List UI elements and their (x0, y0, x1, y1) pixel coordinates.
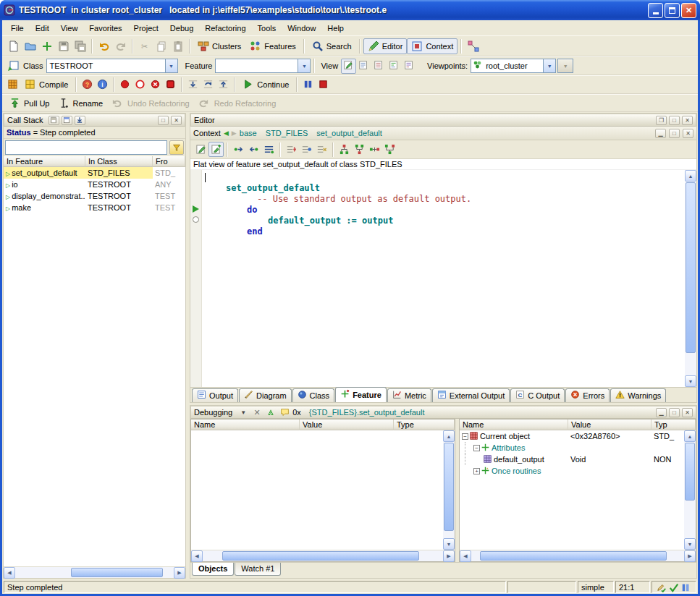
call-stack-hscrollbar[interactable]: ◀ ▶ (4, 566, 185, 578)
menu-help[interactable]: Help (321, 22, 350, 34)
tab-output[interactable]: Output (192, 388, 238, 402)
scroll-thumb[interactable] (444, 443, 454, 531)
chevron-down-icon[interactable]: ▼ (298, 59, 310, 72)
redo-refactoring-button[interactable]: Redo Refactoring (194, 95, 281, 111)
menu-favorites[interactable]: Favorites (83, 22, 127, 34)
menu-refactoring[interactable]: Refactoring (199, 22, 251, 34)
tab-diagram[interactable]: Diagram (239, 388, 292, 402)
minimize-tool-button[interactable]: ▁ (656, 408, 667, 417)
clients-button[interactable] (367, 142, 382, 157)
tab-objects[interactable]: Objects (192, 563, 234, 576)
scroll-thumb[interactable] (71, 568, 163, 577)
scroll-right-icon[interactable]: ▶ (684, 550, 696, 562)
menu-edit[interactable]: Edit (30, 22, 55, 34)
scroll-right-icon[interactable]: ▶ (443, 550, 455, 562)
scroll-up-icon[interactable]: ▲ (443, 430, 455, 442)
hex-toggle-label[interactable]: 0x (292, 408, 301, 417)
collapse-icon[interactable]: − (462, 433, 468, 440)
save-call-stack-button[interactable] (49, 116, 59, 125)
column-type[interactable]: Type (394, 420, 455, 430)
code-editor[interactable]: set_output_default-- Use standard output… (202, 170, 685, 387)
call-stack-row[interactable]: ▷io TESTROOT ANY (4, 179, 185, 190)
editor-vscrollbar[interactable]: ▲ ▼ (685, 170, 696, 387)
watch-rows[interactable] (191, 430, 443, 550)
objects-hscrollbar[interactable]: ◀ ▶ (460, 550, 696, 561)
scroll-down-icon[interactable]: ▼ (443, 538, 455, 550)
column-value[interactable]: Value (300, 420, 394, 430)
tree-row[interactable]: − Current object <0x32A8760> STD_ (460, 430, 684, 442)
breadcrumb-library[interactable]: base (240, 129, 257, 137)
maximize-tool-button[interactable]: □ (669, 116, 680, 125)
tab-c-output[interactable]: CC Output (510, 388, 565, 402)
tree-row[interactable]: default_output Void NON (460, 454, 684, 465)
maximize-tool-button[interactable]: □ (669, 408, 680, 417)
add-item-button[interactable] (38, 38, 55, 54)
system-info-button[interactable]: i (95, 77, 110, 93)
scroll-up-icon[interactable]: ▲ (684, 430, 696, 442)
new-feature-button[interactable] (208, 142, 224, 157)
close-tool-button[interactable]: ✕ (171, 116, 182, 125)
view-interface-button[interactable] (402, 59, 417, 74)
creators-button[interactable] (299, 142, 314, 157)
view-contract-button[interactable] (387, 59, 402, 74)
step-into-button[interactable] (185, 77, 201, 93)
scroll-thumb[interactable] (686, 182, 696, 353)
import-stack-button[interactable] (75, 116, 85, 125)
chevron-down-icon[interactable]: ▼ (237, 407, 249, 418)
expand-icon[interactable]: + (473, 468, 480, 474)
column-in-feature[interactable]: In Feature (4, 156, 85, 167)
tab-external-output[interactable]: External Output (432, 388, 510, 402)
close-button[interactable]: ✕ (681, 3, 696, 18)
chevron-down-icon[interactable]: ▼ (543, 59, 555, 72)
debugging-caption[interactable]: Debugging ▼ ✕ 0x {STD_FILES}.set_output_… (190, 406, 696, 419)
maximize-tool-button[interactable]: □ (669, 129, 680, 138)
viewpoints-combo[interactable]: root_cluster ▼ (471, 59, 556, 73)
collapse-icon[interactable]: − (473, 445, 480, 451)
menu-view[interactable]: View (55, 22, 84, 34)
view-formatted-button[interactable] (356, 59, 371, 74)
column-type[interactable]: Typ (651, 420, 696, 430)
scroll-left-icon[interactable]: ◀ (4, 567, 15, 579)
pull-up-button[interactable]: Pull Up (5, 95, 54, 111)
menu-file[interactable]: File (5, 22, 30, 34)
column-value[interactable]: Value (568, 420, 651, 430)
maximize-tool-button[interactable]: □ (158, 116, 169, 125)
titlebar[interactable]: TESTROOT in cluster root_cluster located… (0, 0, 700, 20)
tab-metric[interactable]: Metric (387, 388, 431, 402)
tree-row[interactable]: − Attributes (460, 442, 684, 454)
undock-tool-button[interactable]: ❐ (656, 116, 667, 125)
objects-vscrollbar[interactable]: ▲ ▼ (684, 430, 696, 550)
hex-bubble-icon[interactable] (279, 407, 290, 418)
open-project-button[interactable] (22, 38, 38, 54)
callees-button[interactable] (246, 142, 261, 157)
column-in-class[interactable]: In Class (85, 156, 153, 167)
call-stack-row[interactable]: ▷make TESTROOT TEST (4, 202, 185, 213)
ancestors-button[interactable] (337, 142, 352, 157)
enable-breakpoints-button[interactable] (117, 77, 132, 93)
maximize-button[interactable] (665, 3, 680, 18)
view-editor-button[interactable] (341, 59, 356, 74)
open-in-new-window-button[interactable] (62, 116, 72, 125)
diagram-tool-button[interactable] (465, 38, 481, 54)
compile-button[interactable]: Compile (20, 77, 72, 93)
column-from[interactable]: Fro (153, 156, 185, 167)
stop-button[interactable] (316, 77, 331, 93)
descendants-button[interactable] (352, 142, 367, 157)
feature-combo[interactable]: ▼ (215, 59, 311, 73)
close-tool-button[interactable]: ✕ (682, 408, 693, 417)
remove-breakpoints-button[interactable] (148, 77, 163, 93)
stop-points-button[interactable] (163, 77, 178, 93)
tab-watch-1[interactable]: Watch #1 (235, 563, 281, 576)
save-all-button[interactable] (72, 38, 88, 54)
history-forward-icon[interactable]: ▶ (232, 129, 237, 137)
menu-window[interactable]: Window (282, 22, 321, 34)
rename-button[interactable]: Rename (54, 95, 107, 111)
editor-toggle-button[interactable]: Editor (363, 38, 408, 54)
call-stack-row[interactable]: ▷display_demonstrat... TESTROOT TEST (4, 190, 185, 202)
scroll-thumb[interactable] (480, 551, 667, 561)
stack-depth-input[interactable] (5, 140, 167, 155)
flat-view-button[interactable] (261, 142, 277, 157)
close-debug-view-icon[interactable]: ✕ (251, 407, 263, 418)
step-over-button[interactable] (201, 77, 216, 93)
breadcrumb-feature[interactable]: set_output_default (316, 129, 382, 137)
